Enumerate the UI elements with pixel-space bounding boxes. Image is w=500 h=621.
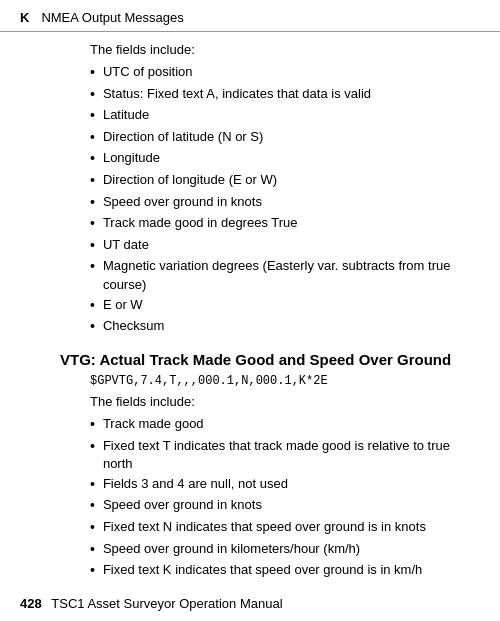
list-item: Direction of longitude (E or W): [90, 171, 470, 191]
first-bullet-list: UTC of position Status: Fixed text A, in…: [90, 63, 470, 337]
header-k: K: [20, 10, 29, 25]
list-item: Longitude: [90, 149, 470, 169]
list-item: E or W: [90, 296, 470, 316]
main-content: The fields include: UTC of position Stat…: [0, 32, 500, 601]
list-item: UTC of position: [90, 63, 470, 83]
list-item: Magnetic variation degrees (Easterly var…: [90, 257, 470, 293]
list-item: Latitude: [90, 106, 470, 126]
header-title: NMEA Output Messages: [41, 10, 183, 25]
list-item: Checksum: [90, 317, 470, 337]
vtg-fields-include-label: The fields include:: [90, 394, 470, 409]
list-item: Track made good in degrees True: [90, 214, 470, 234]
list-item: Fixed text T indicates that track made g…: [90, 437, 470, 473]
page-header: K NMEA Output Messages: [0, 0, 500, 32]
first-fields-include-label: The fields include:: [90, 42, 470, 57]
list-item: Direction of latitude (N or S): [90, 128, 470, 148]
page-footer: 428 TSC1 Asset Surveyor Operation Manual: [20, 596, 283, 611]
page-number: 428: [20, 596, 42, 611]
vtg-bullet-list: Track made good Fixed text T indicates t…: [90, 415, 470, 581]
list-item: Speed over ground in knots: [90, 496, 470, 516]
vtg-section-heading: VTG: Actual Track Made Good and Speed Ov…: [60, 351, 470, 368]
list-item: Track made good: [90, 415, 470, 435]
list-item: Fields 3 and 4 are null, not used: [90, 475, 470, 495]
list-item: Fixed text N indicates that speed over g…: [90, 518, 470, 538]
page: K NMEA Output Messages The fields includ…: [0, 0, 500, 621]
footer-title: TSC1 Asset Surveyor Operation Manual: [51, 596, 282, 611]
vtg-code: $GPVTG,7.4,T,,,000.1,N,000.1,K*2E: [90, 374, 470, 388]
list-item: Status: Fixed text A, indicates that dat…: [90, 85, 470, 105]
list-item: UT date: [90, 236, 470, 256]
list-item: Speed over ground in kilometers/hour (km…: [90, 540, 470, 560]
list-item: Speed over ground in knots: [90, 193, 470, 213]
list-item: Fixed text K indicates that speed over g…: [90, 561, 470, 581]
